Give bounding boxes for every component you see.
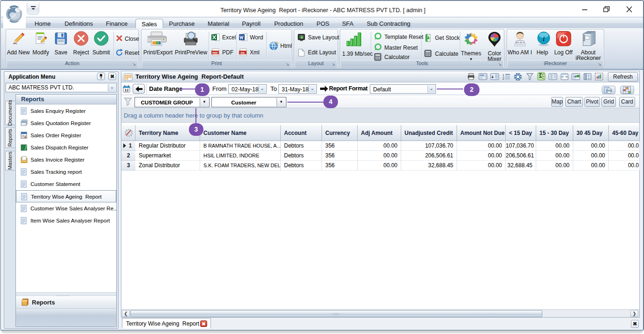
svg-text:1: 1: [502, 74, 504, 77]
svg-text:2: 2: [502, 77, 504, 80]
svg-text:XVL: XVL: [240, 52, 245, 54]
svg-text:WH0 AM I?: WH0 AM I?: [516, 42, 524, 44]
svg-text:PDF: PDF: [213, 52, 218, 54]
svg-text:12: 12: [125, 88, 129, 92]
